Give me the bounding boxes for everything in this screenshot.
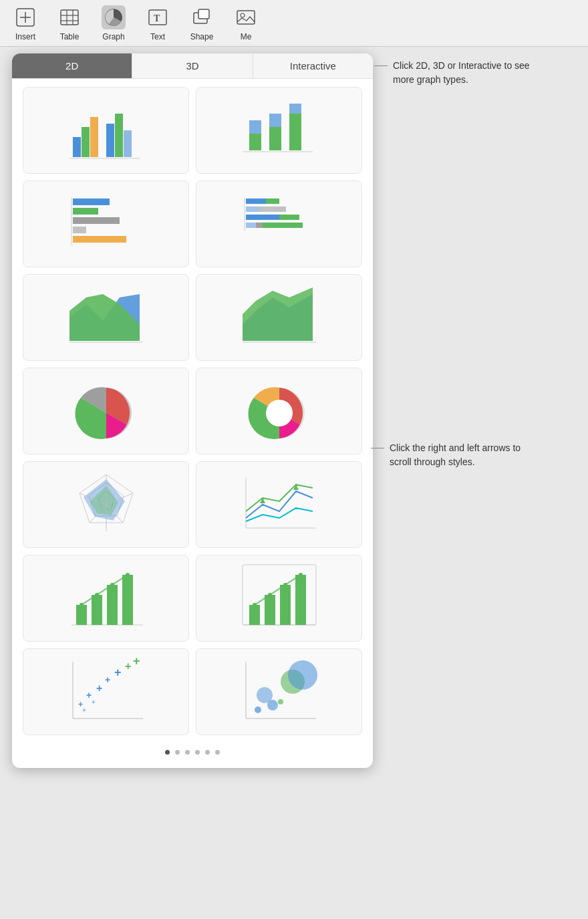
shape-icon: [190, 5, 214, 29]
page-dots: [12, 743, 373, 755]
svg-text:+: +: [96, 682, 102, 694]
svg-rect-23: [249, 120, 261, 134]
svg-rect-80: [265, 595, 275, 625]
toolbar-insert[interactable]: Insert: [13, 5, 37, 41]
tab-interactive[interactable]: Interactive: [253, 53, 373, 78]
insert-label: Insert: [15, 32, 35, 41]
svg-rect-3: [61, 10, 78, 25]
chart-icon: [102, 5, 126, 29]
chart-bar-line[interactable]: [23, 555, 189, 642]
svg-point-75: [110, 583, 114, 587]
dot-3[interactable]: [185, 750, 190, 755]
svg-point-84: [268, 593, 272, 597]
text-label: Text: [150, 32, 165, 41]
chart-label: Graph: [102, 32, 124, 41]
svg-rect-22: [249, 134, 261, 150]
svg-rect-70: [92, 595, 102, 625]
svg-rect-16: [82, 127, 90, 157]
tab-bar: 2D 3D Interactive: [12, 53, 373, 79]
svg-rect-42: [256, 223, 263, 228]
svg-point-105: [278, 699, 283, 704]
svg-rect-39: [246, 215, 279, 220]
svg-rect-20: [124, 130, 132, 157]
insert-icon: [13, 5, 37, 29]
chart-line-multi[interactable]: [196, 461, 362, 548]
tab-3d[interactable]: 3D: [132, 53, 253, 78]
svg-point-100: [255, 706, 261, 713]
toolbar-media[interactable]: Me: [234, 5, 258, 41]
svg-point-85: [283, 583, 287, 587]
svg-rect-30: [73, 208, 98, 215]
table-label: Table: [60, 32, 80, 41]
svg-text:+: +: [133, 655, 140, 668]
svg-rect-29: [73, 199, 110, 205]
chart-panel: 2D 3D Interactive ‹ ›: [12, 53, 373, 768]
svg-text:+: +: [92, 698, 96, 706]
svg-point-102: [257, 687, 273, 703]
chart-scatter[interactable]: + + + + + + + + +: [23, 648, 189, 735]
chart-area[interactable]: [23, 274, 189, 361]
svg-text:+: +: [82, 706, 86, 714]
chart-bubble[interactable]: [196, 648, 362, 735]
callout-1-text: Click 2D, 3D or Interactive to see more …: [393, 59, 540, 87]
svg-rect-79: [249, 605, 260, 625]
svg-point-104: [288, 660, 317, 690]
dot-4[interactable]: [195, 750, 200, 755]
svg-text:T: T: [154, 13, 160, 23]
svg-text:+: +: [105, 674, 110, 685]
svg-text:+: +: [114, 666, 122, 679]
svg-point-74: [95, 593, 99, 597]
svg-rect-13: [237, 11, 255, 24]
chart-bar-line-2[interactable]: [196, 555, 362, 642]
svg-rect-17: [90, 117, 98, 157]
toolbar: Insert Table Graph: [0, 0, 588, 47]
svg-marker-49: [243, 287, 313, 341]
tab-2d[interactable]: 2D: [12, 53, 132, 78]
toolbar-text[interactable]: T Text: [146, 5, 170, 41]
toolbar-chart[interactable]: Graph: [102, 5, 126, 41]
svg-rect-71: [107, 585, 118, 625]
dot-6[interactable]: [215, 750, 220, 755]
svg-rect-26: [289, 114, 301, 150]
chart-pie[interactable]: [23, 368, 189, 454]
chart-donut[interactable]: [196, 368, 362, 454]
dot-2[interactable]: [175, 750, 180, 755]
chart-radar[interactable]: [23, 461, 189, 548]
svg-rect-72: [122, 575, 133, 625]
svg-rect-12: [198, 9, 209, 19]
svg-text:+: +: [86, 690, 92, 700]
table-icon: [57, 5, 82, 29]
svg-rect-38: [259, 207, 286, 212]
svg-rect-81: [280, 585, 291, 625]
svg-point-73: [80, 603, 84, 607]
svg-rect-19: [115, 114, 123, 157]
svg-rect-31: [73, 217, 120, 224]
chart-vertical-bar-stacked[interactable]: [196, 87, 362, 174]
shape-label: Shape: [190, 32, 214, 41]
svg-rect-40: [279, 215, 299, 220]
svg-rect-43: [263, 223, 303, 228]
chart-horizontal-bar-stacked[interactable]: [196, 180, 362, 267]
charts-grid: + + + + + + + + +: [12, 79, 373, 743]
svg-rect-33: [73, 236, 126, 243]
dot-5[interactable]: [205, 750, 210, 755]
svg-rect-15: [73, 137, 81, 157]
svg-rect-32: [73, 227, 86, 233]
svg-point-76: [126, 573, 130, 577]
callout-2-text: Click the right and left arrows to scrol…: [390, 441, 543, 469]
toolbar-table[interactable]: Table: [57, 5, 82, 41]
chart-vertical-bar-grouped[interactable]: [23, 87, 189, 174]
media-icon: [234, 5, 258, 29]
svg-rect-37: [246, 207, 259, 212]
toolbar-shape[interactable]: Shape: [190, 5, 214, 41]
svg-rect-82: [295, 575, 306, 625]
chart-area-2[interactable]: [196, 274, 362, 361]
svg-rect-18: [106, 124, 114, 157]
text-icon: T: [146, 5, 170, 29]
dot-1[interactable]: [165, 750, 170, 755]
svg-rect-36: [266, 199, 279, 204]
svg-rect-24: [269, 127, 281, 150]
chart-horizontal-bar[interactable]: [23, 180, 189, 267]
media-label: Me: [241, 32, 252, 41]
svg-point-83: [253, 603, 257, 607]
